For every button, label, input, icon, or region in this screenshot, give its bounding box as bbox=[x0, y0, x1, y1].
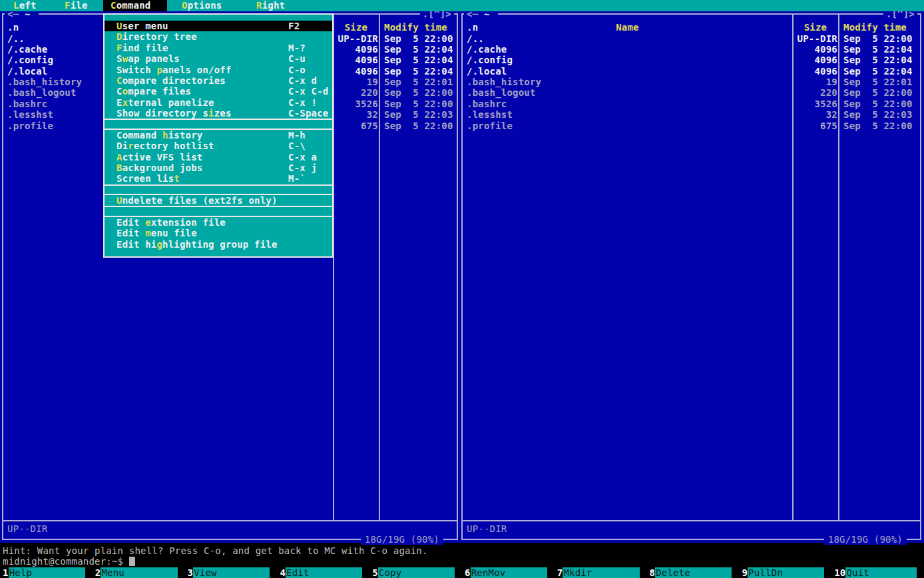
hotkey-letter: r bbox=[128, 141, 134, 151]
column-header-mtime[interactable]: Modify time bbox=[384, 22, 447, 33]
menubar-item-right[interactable]: Right bbox=[249, 0, 292, 11]
file-size: 32 bbox=[334, 109, 378, 120]
file-mtime: Sep 5 22:04 bbox=[843, 55, 913, 65]
file-size: 4096 bbox=[334, 44, 378, 55]
menu-item-user-menu[interactable]: User menuF2 bbox=[105, 21, 332, 31]
fkey-label: Copy bbox=[378, 567, 455, 578]
file-mtime: Sep 5 22:04 bbox=[843, 66, 913, 77]
menu-item-directory-tree[interactable]: Directory tree bbox=[105, 31, 332, 42]
fkey-10-quit[interactable]: 10Quit bbox=[831, 567, 924, 578]
file-size: 220 bbox=[334, 87, 378, 98]
file-name: /.. bbox=[7, 33, 25, 44]
hotkey-letter: F bbox=[116, 43, 122, 53]
menu-item-undelete-files-ext2fs-only[interactable]: Undelete files (ext2fs only) bbox=[105, 195, 332, 206]
file-name: .bash_logout bbox=[7, 87, 77, 98]
fkey-9-pulldn[interactable]: 9PullDn bbox=[739, 567, 831, 578]
menu-item-edit-highlighting-group-file[interactable]: Edit highlighting group file bbox=[105, 239, 332, 250]
menu-item-compare-directories[interactable]: Compare directoriesC-x d bbox=[105, 75, 332, 86]
hotkey-letter: A bbox=[116, 152, 122, 162]
fkey-label: Quit bbox=[845, 567, 917, 578]
menu-item-label: External panelize bbox=[116, 97, 214, 108]
file-name: .bash_logout bbox=[467, 87, 536, 98]
fkey-number: 7 bbox=[555, 567, 563, 578]
menubar-item-left[interactable]: Left bbox=[6, 0, 44, 11]
fkey-2-menu[interactable]: 2Menu bbox=[93, 567, 185, 578]
fkey-number: 8 bbox=[647, 567, 656, 578]
column-header-mtime[interactable]: Modify time bbox=[843, 22, 907, 33]
column-header-size[interactable]: Size bbox=[334, 22, 378, 33]
file-name: /.cache bbox=[7, 44, 47, 55]
file-mtime: Sep 5 22:03 bbox=[843, 109, 913, 120]
hotkey-letter: C bbox=[111, 0, 116, 11]
menu-item-shortcut: M-` bbox=[288, 173, 306, 184]
menubar-item-file[interactable]: File bbox=[57, 0, 95, 11]
fkey-label: Delete bbox=[655, 567, 732, 578]
command-menu-dropdown: User menuF2Directory treeFind fileM-?Swa… bbox=[103, 13, 334, 258]
file-mtime: Sep 5 22:00 bbox=[843, 99, 913, 109]
menu-item-show-directory-sizes[interactable]: Show directory sizesC-Space bbox=[105, 108, 332, 119]
fkey-7-mkdir[interactable]: 7Mkdir bbox=[555, 567, 647, 578]
file-name: .bashrc bbox=[7, 99, 47, 109]
menu-item-background-jobs[interactable]: Background jobsC-x j bbox=[105, 162, 332, 173]
menu-item-external-panelize[interactable]: External panelizeC-x ! bbox=[105, 97, 332, 108]
menu-item-label: Background jobs bbox=[116, 162, 202, 173]
column-header-size[interactable]: Size bbox=[794, 22, 837, 33]
file-mtime: Sep 5 22:00 bbox=[843, 87, 913, 98]
file-row-lesshst[interactable]: .lesshst32Sep 5 22:03 bbox=[463, 109, 920, 120]
fkey-4-edit[interactable]: 4Edit bbox=[277, 567, 369, 578]
fkey-1-help[interactable]: 1Help bbox=[0, 567, 93, 578]
hotkey-letter: F bbox=[65, 0, 71, 11]
hint-line: Hint: Want your plain shell? Press C-o, … bbox=[3, 545, 428, 556]
menu-item-label: Switch panels on/off bbox=[116, 65, 232, 75]
menu-item-edit-extension-file[interactable]: Edit extension file bbox=[105, 217, 332, 228]
file-name: .bash_history bbox=[7, 77, 82, 87]
hotkey-letter: w bbox=[122, 53, 128, 64]
file-row-bashrc[interactable]: .bashrc3526Sep 5 22:00 bbox=[463, 99, 920, 109]
menubar-item-command[interactable]: Command bbox=[103, 0, 167, 11]
left-mini-status: UP--DIR bbox=[7, 523, 47, 534]
right-panel: <─ ~ .[^]> .n Name Size Modify time /..U… bbox=[461, 13, 921, 540]
file-row-profile[interactable]: .profile675Sep 5 22:00 bbox=[463, 121, 920, 131]
hotkey-letter: o bbox=[122, 86, 128, 97]
column-header-name[interactable]: Name bbox=[463, 22, 792, 33]
fkey-6-renmov[interactable]: 6RenMov bbox=[462, 567, 555, 578]
left-free-space: 18G/19G (90%) bbox=[361, 534, 443, 545]
file-name: .lesshst bbox=[7, 109, 53, 120]
file-row-local[interactable]: /.local4096Sep 5 22:04 bbox=[463, 66, 920, 77]
file-mtime: Sep 5 22:04 bbox=[384, 44, 453, 55]
file-row-[interactable]: /..UP--DIRSep 5 22:00 bbox=[463, 33, 920, 44]
hotkey-letter: R bbox=[256, 0, 262, 11]
file-size: 4096 bbox=[334, 66, 378, 77]
file-size: 19 bbox=[794, 77, 837, 87]
shell-prompt[interactable]: midnight@commander:~$ bbox=[3, 556, 135, 567]
file-row-cache[interactable]: /.cache4096Sep 5 22:04 bbox=[463, 44, 920, 55]
menu-item-edit-menu-file[interactable]: Edit menu file bbox=[105, 228, 332, 238]
menu-item-directory-hotlist[interactable]: Directory hotlistC-\ bbox=[105, 141, 332, 151]
menu-item-screen-list[interactable]: Screen listM-` bbox=[105, 173, 332, 184]
fkey-8-delete[interactable]: 8Delete bbox=[647, 567, 740, 578]
file-size: 675 bbox=[794, 121, 837, 131]
menu-item-find-file[interactable]: Find fileM-? bbox=[105, 43, 332, 53]
file-mtime: Sep 5 22:01 bbox=[843, 77, 913, 87]
file-row-bash-logout[interactable]: .bash_logout220Sep 5 22:00 bbox=[463, 87, 920, 98]
file-size: 4096 bbox=[334, 55, 378, 65]
file-size: UP--DIR bbox=[794, 33, 837, 44]
file-row-bash-history[interactable]: .bash_history19Sep 5 22:01 bbox=[463, 77, 920, 87]
menu-item-shortcut: C-u bbox=[288, 53, 306, 64]
menu-item-shortcut: C-x j bbox=[288, 162, 317, 173]
fkey-label: Menu bbox=[101, 567, 177, 578]
fkey-number: 6 bbox=[462, 567, 471, 578]
menu-separator bbox=[105, 119, 332, 129]
file-row-config[interactable]: /.config4096Sep 5 22:04 bbox=[463, 55, 920, 65]
fkey-number: 5 bbox=[369, 567, 378, 578]
menu-item-swap-panels[interactable]: Swap panelsC-u bbox=[105, 53, 332, 64]
fkey-3-view[interactable]: 3View bbox=[185, 567, 278, 578]
menu-item-label: Directory tree bbox=[116, 31, 197, 42]
menu-item-switch-panels-on-off[interactable]: Switch panels on/offC-o bbox=[105, 65, 332, 75]
menu-item-compare-files[interactable]: Compare filesC-x C-d bbox=[105, 86, 332, 97]
fkey-5-copy[interactable]: 5Copy bbox=[369, 567, 462, 578]
menu-item-command-history[interactable]: Command historyM-h bbox=[105, 130, 332, 141]
hotkey-letter: U bbox=[116, 195, 122, 206]
menu-item-active-vfs-list[interactable]: Active VFS listC-x a bbox=[105, 152, 332, 162]
menubar-item-options[interactable]: Options bbox=[174, 0, 229, 11]
